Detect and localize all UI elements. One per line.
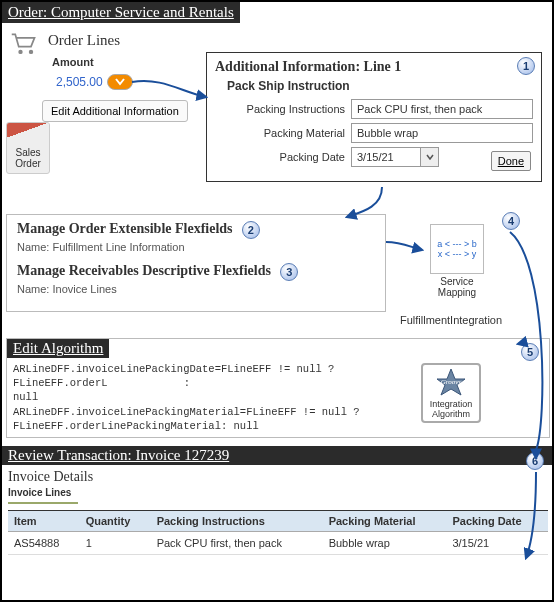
pack-ship-subtitle: Pack Ship Instruction (227, 79, 533, 93)
svg-point-1 (29, 50, 33, 54)
edit-algorithm-title: Edit Algorithm (7, 339, 109, 358)
step-badge-2: 2 (242, 221, 260, 239)
integration-algorithm-label: Integration Algorithm (423, 399, 479, 419)
additional-info-title: Additional Information: Line 1 (215, 59, 533, 75)
order-lines-heading: Order Lines (48, 32, 120, 49)
cell-item: AS54888 (8, 532, 80, 555)
step-badge-4: 4 (502, 212, 520, 230)
table-header-row: Item Quantity Packing Instructions Packi… (8, 511, 548, 532)
manage-receivables-flex-heading: Manage Receivables Descriptive Flexfield… (17, 263, 271, 278)
step-badge-3: 3 (280, 263, 298, 281)
integration-algorithm-card: Groovy Integration Algorithm (421, 363, 481, 423)
col-packing-date: Packing Date (446, 511, 548, 532)
packing-date-input[interactable]: 3/15/21 (351, 147, 421, 167)
svg-point-0 (18, 50, 22, 54)
manage-order-flex-heading: Manage Order Extensible Flexfields (17, 221, 233, 236)
invoice-lines-label: Invoice Lines (8, 487, 548, 498)
step-badge-6: 6 (526, 452, 544, 470)
chevron-down-icon (426, 154, 434, 160)
order-title: Order: Computer Service and Rentals (2, 2, 240, 23)
service-mapping-card: a < --- > b x < --- > y Service Mapping (422, 224, 492, 298)
amount-dropdown-button[interactable] (107, 74, 133, 90)
accent-underline (8, 502, 78, 504)
amount-value: 2,505.00 (56, 75, 103, 89)
fulfillment-integration-label: FulfillmentIntegration (400, 314, 502, 326)
groovy-star-icon: Groovy (431, 367, 471, 397)
service-mapping-icon: a < --- > b x < --- > y (430, 224, 484, 274)
done-button[interactable]: Done (491, 151, 531, 171)
service-mapping-label: Service Mapping (422, 276, 492, 298)
table-row: AS54888 1 Pack CPU first, then pack Bubb… (8, 532, 548, 555)
invoice-details-heading: Invoice Details (8, 469, 548, 485)
col-item: Item (8, 511, 80, 532)
review-transaction-section: Review Transaction: Invoice 127239 6 Inv… (2, 446, 554, 555)
svg-text:Groovy: Groovy (441, 378, 463, 386)
packing-date-label: Packing Date (227, 151, 345, 163)
invoice-table: Item Quantity Packing Instructions Packi… (8, 510, 548, 555)
cell-packing-material: Bubble wrap (323, 532, 447, 555)
cell-packing-date: 3/15/21 (446, 532, 548, 555)
cell-packing-instructions: Pack CPU first, then pack (151, 532, 323, 555)
amount-label: Amount (52, 56, 94, 68)
algorithm-code: ARLineDFF.invoiceLinePackingDate=FLineEF… (7, 358, 427, 437)
edit-algorithm-panel: Edit Algorithm 5 ARLineDFF.invoiceLinePa… (6, 338, 550, 438)
packing-instructions-label: Packing Instructions (227, 103, 345, 115)
packing-instructions-input[interactable]: Pack CPU first, then pack (351, 99, 533, 119)
cell-quantity: 1 (80, 532, 151, 555)
review-transaction-title: Review Transaction: Invoice 127239 (2, 446, 554, 465)
chevron-down-icon (115, 78, 125, 86)
col-quantity: Quantity (80, 511, 151, 532)
edit-additional-button[interactable]: Edit Additional Information (42, 100, 188, 122)
date-picker-button[interactable] (421, 147, 439, 167)
cart-icon (10, 32, 38, 56)
manage-receivables-flex-sub: Name: Inovice Lines (17, 283, 375, 295)
packing-material-label: Packing Material (227, 127, 345, 139)
step-badge-1: 1 (517, 57, 535, 75)
step-badge-5: 5 (521, 343, 539, 361)
manage-order-flex-sub: Name: Fulfillment Line Information (17, 241, 375, 253)
packing-material-input[interactable]: Bubble wrap (351, 123, 533, 143)
sales-order-card: Sales Order (6, 122, 50, 174)
col-packing-material: Packing Material (323, 511, 447, 532)
sales-order-label: Sales Order (7, 147, 49, 169)
flexfields-panel: Manage Order Extensible Flexfields 2 Nam… (6, 214, 386, 312)
additional-info-panel: 1 Additional Information: Line 1 Pack Sh… (206, 52, 542, 182)
col-packing-instructions: Packing Instructions (151, 511, 323, 532)
